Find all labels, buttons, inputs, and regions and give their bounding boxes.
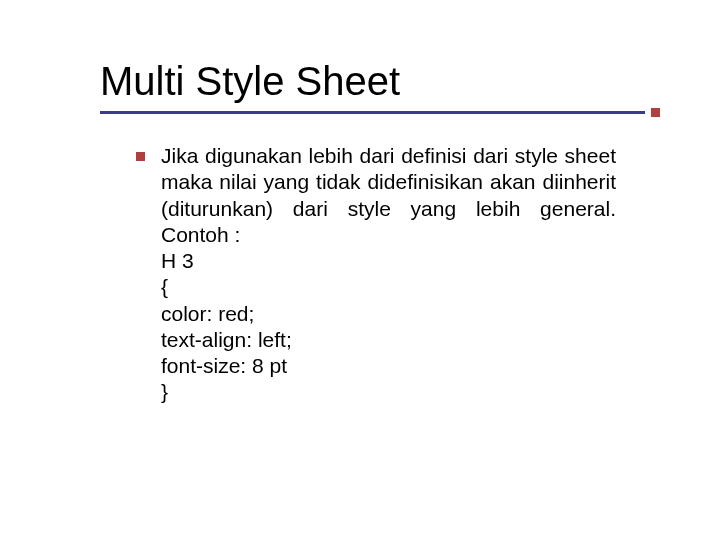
underline-bar	[100, 111, 645, 114]
slide: Multi Style Sheet Jika digunakan lebih d…	[0, 0, 720, 540]
bullet-row: Jika digunakan lebih dari definisi dari …	[136, 143, 616, 406]
page-title: Multi Style Sheet	[100, 60, 400, 102]
code-line: }	[161, 379, 616, 405]
code-line: font-size: 8 pt	[161, 353, 616, 379]
code-line: color: red;	[161, 301, 616, 327]
code-line: H 3	[161, 248, 616, 274]
underline-accent-icon	[651, 108, 660, 117]
body-text-group: Jika digunakan lebih dari definisi dari …	[161, 143, 616, 406]
title-underline	[100, 108, 660, 117]
title-row: Multi Style Sheet	[100, 60, 650, 102]
body-paragraph: Jika digunakan lebih dari definisi dari …	[161, 143, 616, 248]
bullet-icon	[136, 152, 145, 161]
code-line: text-align: left;	[161, 327, 616, 353]
code-block: H 3 { color: red; text-align: left; font…	[161, 248, 616, 406]
body-area: Jika digunakan lebih dari definisi dari …	[136, 143, 616, 406]
code-line: {	[161, 274, 616, 300]
